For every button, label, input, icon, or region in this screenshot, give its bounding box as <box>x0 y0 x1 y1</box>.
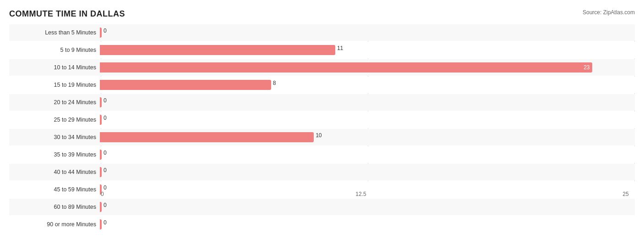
x-tick: 0 <box>101 191 104 197</box>
bar-track: 8 <box>100 80 635 90</box>
bar-row: 10 to 14 Minutes23 <box>9 59 635 76</box>
bar-label: 10 to 14 Minutes <box>9 64 100 71</box>
bar-fill <box>100 150 102 160</box>
bar-value: 0 <box>104 97 107 104</box>
bar-value: 0 <box>104 28 107 34</box>
bar-label: 60 to 89 Minutes <box>9 204 100 210</box>
bar-value: 0 <box>104 219 107 226</box>
bar-value: 0 <box>104 150 107 156</box>
bar-label: 5 to 9 Minutes <box>9 47 100 53</box>
bar-row: 25 to 29 Minutes0 <box>9 112 635 128</box>
chart-source: Source: ZipAtlas.com <box>583 9 635 16</box>
x-axis: 012.525 <box>101 191 635 205</box>
bar-track: 23 <box>100 62 635 73</box>
bar-row: 90 or more Minutes0 <box>9 216 635 233</box>
bar-fill <box>100 167 102 177</box>
bar-value: 0 <box>104 184 107 191</box>
bar-row: 20 to 24 Minutes0 <box>9 94 635 111</box>
bar-label: 25 to 29 Minutes <box>9 117 100 123</box>
bar-fill <box>100 80 271 90</box>
bar-value: 23 <box>584 64 589 71</box>
chart-title: COMMUTE TIME IN DALLAS <box>9 9 125 19</box>
bar-track: 10 <box>100 132 635 142</box>
bar-row: 35 to 39 Minutes0 <box>9 146 635 163</box>
bar-row: 15 to 19 Minutes8 <box>9 77 635 93</box>
bar-value: 8 <box>273 80 276 86</box>
bar-value: 10 <box>316 132 322 139</box>
bar-label: 30 to 34 Minutes <box>9 134 100 140</box>
bar-track: 0 <box>100 167 635 177</box>
bar-track: 11 <box>100 45 635 55</box>
bar-fill <box>100 115 102 125</box>
bar-value: 0 <box>104 115 107 121</box>
bar-label: 45 to 59 Minutes <box>9 186 100 193</box>
bar-label: 20 to 24 Minutes <box>9 99 100 106</box>
bar-track: 0 <box>100 150 635 160</box>
bar-fill <box>100 45 335 55</box>
bar-label: 15 to 19 Minutes <box>9 82 100 88</box>
x-tick: 12.5 <box>355 191 366 197</box>
bar-fill <box>100 28 102 38</box>
bar-fill <box>100 132 314 142</box>
chart-header: COMMUTE TIME IN DALLAS Source: ZipAtlas.… <box>9 9 635 19</box>
bar-track: 0 <box>100 219 635 229</box>
bar-value: 11 <box>337 45 343 51</box>
bar-row: 30 to 34 Minutes10 <box>9 129 635 145</box>
bar-track: 0 <box>100 28 635 38</box>
bars-area: Less than 5 Minutes05 to 9 Minutes1110 t… <box>9 24 635 191</box>
bar-value: 0 <box>104 167 107 173</box>
bar-fill: 23 <box>100 62 592 73</box>
bar-label: 90 or more Minutes <box>9 221 100 228</box>
x-tick: 25 <box>622 191 628 197</box>
bar-fill <box>100 219 102 229</box>
bar-label: Less than 5 Minutes <box>9 29 100 36</box>
bar-row: Less than 5 Minutes0 <box>9 24 635 41</box>
bar-track: 0 <box>100 97 635 107</box>
chart-container: COMMUTE TIME IN DALLAS Source: ZipAtlas.… <box>0 0 644 240</box>
bar-label: 40 to 44 Minutes <box>9 169 100 175</box>
bar-fill <box>100 97 102 107</box>
chart-body: Less than 5 Minutes05 to 9 Minutes1110 t… <box>9 24 635 205</box>
bar-row: 5 to 9 Minutes11 <box>9 42 635 58</box>
bar-row: 40 to 44 Minutes0 <box>9 164 635 180</box>
bar-track: 0 <box>100 115 635 125</box>
bar-label: 35 to 39 Minutes <box>9 151 100 158</box>
